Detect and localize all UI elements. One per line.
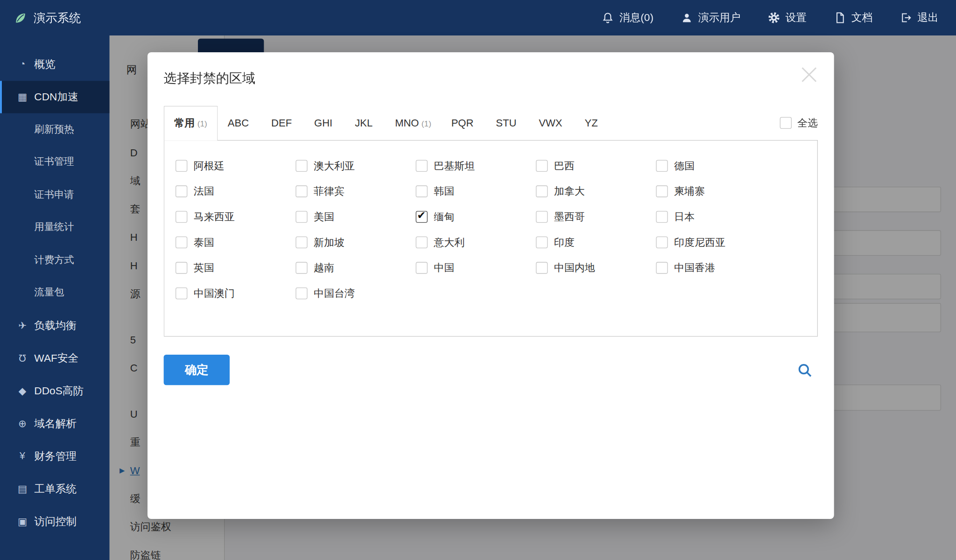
logout-nav-item[interactable]: 退出 bbox=[900, 11, 939, 25]
region-tab[interactable]: ABC bbox=[218, 107, 261, 139]
region-label: 泰国 bbox=[194, 236, 214, 249]
region-checkbox[interactable] bbox=[295, 160, 307, 172]
region-checkbox[interactable] bbox=[656, 160, 668, 172]
top-navbar: 演示系统 消息(0) 演示用户 bbox=[0, 0, 956, 35]
region-option[interactable]: 印度 bbox=[532, 236, 652, 249]
region-checkbox[interactable] bbox=[295, 237, 307, 248]
region-checkbox[interactable] bbox=[656, 237, 668, 248]
sidebar-item[interactable]: ◔ 概览 bbox=[0, 48, 110, 81]
select-all-checkbox[interactable] bbox=[780, 117, 792, 129]
region-option[interactable]: 泰国 bbox=[172, 236, 292, 249]
region-option[interactable]: 英国 bbox=[172, 261, 292, 274]
tab-label: 常用 bbox=[174, 117, 195, 128]
settings-nav-item[interactable]: 设置 bbox=[768, 11, 807, 25]
region-tab[interactable]: GHI bbox=[304, 107, 345, 139]
sidebar-menu: ◔ 概览 ▦ CDN加速 刷新预热 证书管理 bbox=[0, 48, 110, 538]
region-tab[interactable]: JKL bbox=[345, 107, 385, 139]
sidebar-item[interactable]: ⊕ 域名解析 bbox=[0, 407, 110, 440]
region-checkbox[interactable] bbox=[176, 211, 187, 223]
region-checkbox[interactable] bbox=[416, 185, 428, 197]
user-icon bbox=[681, 12, 693, 23]
region-option[interactable]: 韩国 bbox=[412, 184, 532, 198]
sidebar-item[interactable]: ✈ 负载均衡 bbox=[0, 309, 110, 342]
tab-count: (1) bbox=[197, 119, 207, 128]
region-option[interactable]: 中国台湾 bbox=[292, 287, 412, 300]
region-tab[interactable]: PQR bbox=[441, 107, 486, 139]
confirm-button[interactable]: 确定 bbox=[164, 355, 230, 385]
sidebar-item[interactable]: ▤ 工单系统 bbox=[0, 473, 110, 505]
region-tab[interactable]: 常用(1) bbox=[164, 106, 218, 141]
sidebar-item[interactable]: 刷新预热 bbox=[0, 113, 110, 146]
close-icon[interactable] bbox=[797, 62, 822, 87]
brand[interactable]: 演示系统 bbox=[0, 10, 81, 26]
region-checkbox[interactable] bbox=[416, 237, 428, 248]
region-checkbox[interactable] bbox=[176, 287, 187, 299]
region-option[interactable]: 墨西哥 bbox=[532, 210, 652, 224]
region-checkbox[interactable] bbox=[416, 262, 428, 273]
sidebar-item[interactable]: ▦ CDN加速 bbox=[0, 81, 110, 113]
region-option[interactable]: 中国香港 bbox=[652, 261, 772, 274]
region-option[interactable]: 阿根廷 bbox=[172, 159, 292, 173]
region-option[interactable]: 德国 bbox=[652, 159, 772, 173]
sidebar-item[interactable]: 用量统计 bbox=[0, 211, 110, 244]
region-checkbox[interactable] bbox=[656, 211, 668, 223]
region-option[interactable]: 美国 bbox=[292, 210, 412, 224]
region-checkbox[interactable] bbox=[656, 262, 668, 273]
region-checkbox[interactable] bbox=[536, 237, 548, 248]
cdn-icon: ▦ bbox=[16, 91, 29, 103]
messages-nav-item[interactable]: 消息(0) bbox=[602, 11, 654, 25]
region-option[interactable]: 法国 bbox=[172, 184, 292, 198]
region-option[interactable]: 意大利 bbox=[412, 236, 532, 249]
region-option[interactable]: 柬埔寨 bbox=[652, 184, 772, 198]
sidebar-item[interactable]: 证书管理 bbox=[0, 146, 110, 179]
region-option[interactable]: 缅甸 bbox=[412, 210, 532, 224]
region-tab[interactable]: YZ bbox=[575, 107, 610, 139]
region-tab[interactable]: DEF bbox=[261, 107, 304, 139]
sidebar-item-label: WAF安全 bbox=[34, 351, 78, 365]
region-checkbox[interactable] bbox=[176, 160, 187, 172]
region-checkbox[interactable] bbox=[295, 287, 307, 299]
sidebar-item[interactable]: ◆ DDoS高防 bbox=[0, 375, 110, 407]
region-option[interactable]: 加拿大 bbox=[532, 184, 652, 198]
region-checkbox[interactable] bbox=[176, 237, 187, 248]
region-option[interactable]: 印度尼西亚 bbox=[652, 236, 772, 249]
region-checkbox[interactable] bbox=[656, 185, 668, 197]
region-checkbox[interactable] bbox=[536, 262, 548, 273]
sidebar-item[interactable]: 流量包 bbox=[0, 277, 110, 309]
region-option[interactable]: 马来西亚 bbox=[172, 210, 292, 224]
region-option[interactable]: 中国内地 bbox=[532, 261, 652, 274]
sidebar-item[interactable]: 计费方式 bbox=[0, 244, 110, 277]
region-option[interactable]: 巴西 bbox=[532, 159, 652, 173]
region-option[interactable]: 中国澳门 bbox=[172, 287, 292, 300]
docs-nav-item[interactable]: 文档 bbox=[834, 11, 873, 25]
region-tab[interactable]: STU bbox=[486, 107, 529, 139]
region-checkbox[interactable] bbox=[295, 262, 307, 273]
region-checkbox[interactable] bbox=[536, 211, 548, 223]
select-all[interactable]: 全选 bbox=[780, 116, 818, 130]
region-checkbox[interactable] bbox=[176, 185, 187, 197]
region-label: 中国澳门 bbox=[194, 287, 235, 300]
sidebar-item[interactable]: Ʊ WAF安全 bbox=[0, 342, 110, 375]
region-option[interactable]: 澳大利亚 bbox=[292, 159, 412, 173]
region-option[interactable]: 越南 bbox=[292, 261, 412, 274]
region-tab[interactable]: VWX bbox=[529, 107, 575, 139]
region-option[interactable]: 菲律宾 bbox=[292, 184, 412, 198]
user-nav-item[interactable]: 演示用户 bbox=[681, 11, 741, 25]
region-checkbox[interactable] bbox=[536, 185, 548, 197]
region-checkbox[interactable] bbox=[536, 160, 548, 172]
sidebar-item[interactable]: 证书申请 bbox=[0, 179, 110, 211]
region-checkbox[interactable] bbox=[176, 262, 187, 273]
region-checkbox[interactable] bbox=[295, 211, 307, 223]
sidebar-item[interactable]: ▣ 访问控制 bbox=[0, 505, 110, 538]
region-checkbox[interactable] bbox=[416, 160, 428, 172]
sidebar-item[interactable]: ¥ 财务管理 bbox=[0, 440, 110, 473]
region-tab[interactable]: MNO(1) bbox=[385, 107, 442, 139]
region-checkbox[interactable] bbox=[416, 211, 428, 223]
region-checkbox[interactable] bbox=[295, 185, 307, 197]
region-option[interactable]: 巴基斯坦 bbox=[412, 159, 532, 173]
region-option[interactable]: 中国 bbox=[412, 261, 532, 274]
search-icon[interactable] bbox=[797, 362, 813, 378]
select-all-label: 全选 bbox=[797, 116, 818, 130]
region-option[interactable]: 日本 bbox=[652, 210, 772, 224]
region-option[interactable]: 新加坡 bbox=[292, 236, 412, 249]
